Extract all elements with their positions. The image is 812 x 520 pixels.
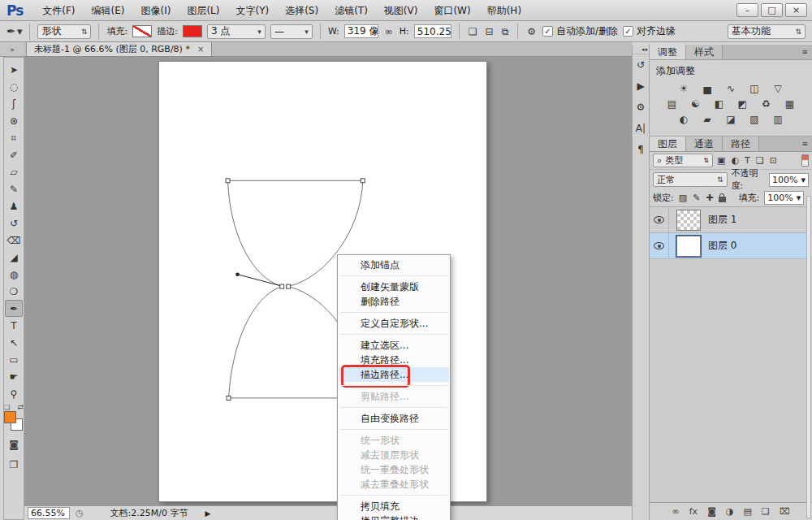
layer-effects-icon[interactable]: fx: [689, 506, 698, 517]
path-selection-tool[interactable]: ↖: [5, 334, 23, 351]
path-alignment-icon[interactable]: ⊟: [484, 26, 495, 37]
color-lookup-icon[interactable]: ▦: [782, 98, 798, 110]
maximize-button[interactable]: □: [761, 3, 783, 17]
stroke-style-dropdown[interactable]: — ▾: [270, 24, 313, 39]
channel-mixer-icon[interactable]: ♻: [758, 98, 775, 110]
filter-type-icon[interactable]: T: [745, 155, 750, 166]
toolbar-collapse-icon[interactable]: »: [0, 42, 24, 57]
brush-tool[interactable]: ✎: [5, 180, 23, 197]
filter-shape-icon[interactable]: ❑: [756, 155, 764, 166]
layer-group-icon[interactable]: ▤: [743, 506, 751, 517]
brightness-contrast-icon[interactable]: ☀: [676, 82, 692, 94]
default-colors-icon[interactable]: ❏: [4, 404, 10, 411]
tool-mode-dropdown[interactable]: 形状 ⇅: [37, 24, 91, 39]
photo-filter-icon[interactable]: ◩: [735, 98, 751, 110]
path-operations-icon[interactable]: ❏: [467, 26, 479, 37]
context-menu-item[interactable]: 拷贝完整描边: [339, 514, 449, 520]
marquee-tool[interactable]: ◌: [5, 78, 23, 95]
clone-stamp-tool[interactable]: ♟: [5, 197, 23, 214]
posterize-icon[interactable]: ▰: [699, 113, 715, 125]
hand-tool[interactable]: ☛: [5, 368, 23, 385]
filter-adjustment-icon[interactable]: ◐: [731, 155, 739, 166]
zoom-tool[interactable]: ⚲: [5, 385, 23, 402]
menu-item[interactable]: 选择(S): [277, 0, 326, 21]
document-tab[interactable]: 未标题-1 @ 66.6% (图层 0, RGB/8) * ×: [26, 41, 212, 56]
adjustment-layer-icon[interactable]: ◑: [726, 506, 734, 517]
context-menu-item[interactable]: 自由变换路径: [339, 411, 449, 426]
history-brush-tool[interactable]: ↺: [5, 214, 23, 232]
context-menu-item[interactable]: 统一形状: [339, 433, 449, 448]
pen-tool-preset-icon[interactable]: ✒ ▾: [6, 25, 22, 37]
quick-mask-button[interactable]: ◙: [5, 436, 23, 453]
history-panel-icon[interactable]: ↺: [633, 54, 649, 76]
menu-item[interactable]: 编辑(E): [84, 0, 133, 21]
bezier-handle[interactable]: [238, 275, 281, 286]
screen-mode-button[interactable]: ❐: [5, 456, 23, 474]
link-dimensions-icon[interactable]: ∞: [383, 26, 395, 37]
lock-paint-icon[interactable]: ✎: [693, 193, 700, 203]
panel-tab[interactable]: 路径: [723, 136, 759, 151]
layer-mask-icon[interactable]: ◙: [707, 506, 716, 517]
blur-tool[interactable]: ◍: [5, 266, 23, 283]
quick-selection-tool[interactable]: ⊛: [5, 112, 23, 129]
context-menu-item[interactable]: 添加锚点: [339, 258, 449, 272]
shape-tool[interactable]: ▭: [5, 351, 23, 368]
menu-item[interactable]: 文字(Y): [227, 0, 277, 21]
healing-brush-tool[interactable]: ▱: [5, 163, 23, 180]
paragraph-panel-icon[interactable]: ¶: [633, 139, 649, 160]
lock-transparent-icon[interactable]: ▨: [679, 193, 687, 203]
layer-thumbnail[interactable]: [676, 210, 701, 231]
panel-menu-icon[interactable]: ≡: [801, 136, 812, 151]
layer-row[interactable]: 图层 1: [650, 207, 812, 233]
fill-dropdown[interactable]: 100% ▾: [764, 191, 804, 205]
align-edges-checkbox[interactable]: ✓ 对齐边缘: [623, 24, 676, 38]
path-arrange-icon[interactable]: ⧉: [500, 26, 511, 37]
gradient-map-icon[interactable]: ▥: [770, 113, 786, 125]
filter-image-icon[interactable]: ▣: [717, 155, 725, 166]
panel-tab[interactable]: 样式: [686, 45, 723, 59]
type-tool[interactable]: T: [5, 317, 23, 334]
panel-scrollbar[interactable]: [806, 196, 811, 518]
menu-item[interactable]: 窗口(W): [425, 0, 478, 21]
context-menu-item[interactable]: 描边路径...: [339, 367, 449, 382]
threshold-icon[interactable]: ◪: [723, 113, 739, 125]
menu-item[interactable]: 文件(F): [34, 0, 83, 21]
properties-panel-icon[interactable]: ⚙: [633, 97, 649, 118]
menu-item[interactable]: 图像(I): [133, 0, 179, 21]
stroke-swatch[interactable]: [183, 25, 202, 37]
foreground-color-swatch[interactable]: [4, 411, 16, 423]
visibility-toggle[interactable]: [650, 233, 669, 258]
status-detail-icon[interactable]: ▶: [205, 509, 211, 518]
lock-move-icon[interactable]: ✚: [706, 193, 713, 203]
context-menu-item[interactable]: 定义自定形状...: [339, 316, 449, 331]
context-menu-item[interactable]: 减去重叠处形状: [339, 477, 449, 492]
delete-layer-icon[interactable]: ⌧: [780, 506, 790, 517]
menu-item[interactable]: 滤镜(T): [326, 0, 376, 21]
layer-row[interactable]: 图层 0: [650, 233, 812, 259]
character-panel-icon[interactable]: A|: [633, 118, 649, 139]
link-layers-icon[interactable]: ∞: [672, 506, 680, 517]
eraser-tool[interactable]: ⌫: [5, 232, 23, 249]
vibrance-icon[interactable]: ▽: [770, 82, 786, 94]
lasso-tool[interactable]: ʃ: [5, 95, 23, 112]
crop-tool[interactable]: ⌗: [5, 129, 23, 146]
context-menu-item[interactable]: 填充路径...: [339, 353, 449, 367]
exposure-icon[interactable]: ◫: [746, 82, 762, 94]
filter-smart-object-icon[interactable]: ⊡: [770, 155, 777, 166]
tab-close-icon[interactable]: ×: [197, 45, 204, 54]
zoom-level-input[interactable]: 66.55%: [28, 507, 70, 519]
selective-color-icon[interactable]: ▧: [746, 113, 762, 125]
curves-icon[interactable]: ∿: [723, 82, 739, 94]
eyedropper-tool[interactable]: ✐: [5, 146, 23, 163]
blend-mode-dropdown[interactable]: 正常 ⇅: [653, 172, 728, 187]
context-menu-item[interactable]: 创建矢量蒙版: [339, 280, 449, 294]
color-balance-icon[interactable]: ☯: [688, 98, 704, 110]
panel-tab[interactable]: 通道: [686, 136, 723, 151]
dock-collapse-icon[interactable]: ◂◂: [633, 45, 649, 54]
layer-thumbnail[interactable]: [676, 236, 701, 257]
hue-saturation-icon[interactable]: ▤: [664, 98, 680, 110]
menu-item[interactable]: 图层(L): [179, 0, 227, 21]
fill-swatch[interactable]: [132, 25, 152, 37]
menu-item[interactable]: 视图(V): [376, 0, 426, 21]
context-menu-item[interactable]: 统一重叠处形状: [339, 462, 449, 477]
